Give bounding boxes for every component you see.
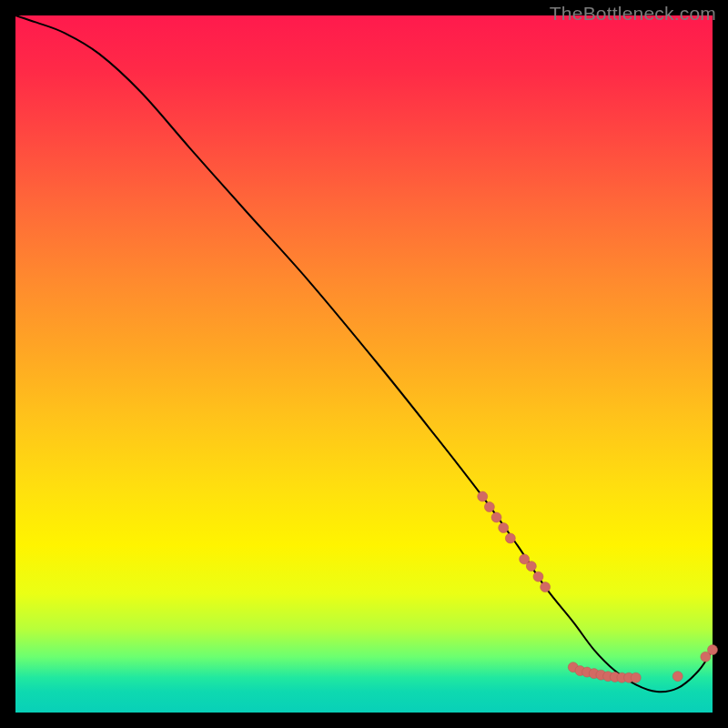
data-marker	[499, 523, 509, 533]
watermark-text: TheBottleneck.com	[550, 3, 716, 25]
data-marker	[478, 491, 488, 501]
data-marker	[484, 502, 494, 512]
data-marker	[708, 645, 718, 655]
data-marker	[672, 672, 682, 682]
chart-svg	[15, 15, 713, 713]
data-marker	[491, 512, 501, 522]
data-marker	[526, 561, 536, 571]
chart-plot-area	[15, 15, 713, 713]
bottleneck-curve	[15, 15, 713, 692]
data-marker	[541, 582, 551, 592]
data-marker	[505, 533, 515, 543]
data-marker	[631, 672, 641, 682]
data-marker	[533, 571, 543, 581]
chart-frame: TheBottleneck.com	[0, 0, 728, 728]
